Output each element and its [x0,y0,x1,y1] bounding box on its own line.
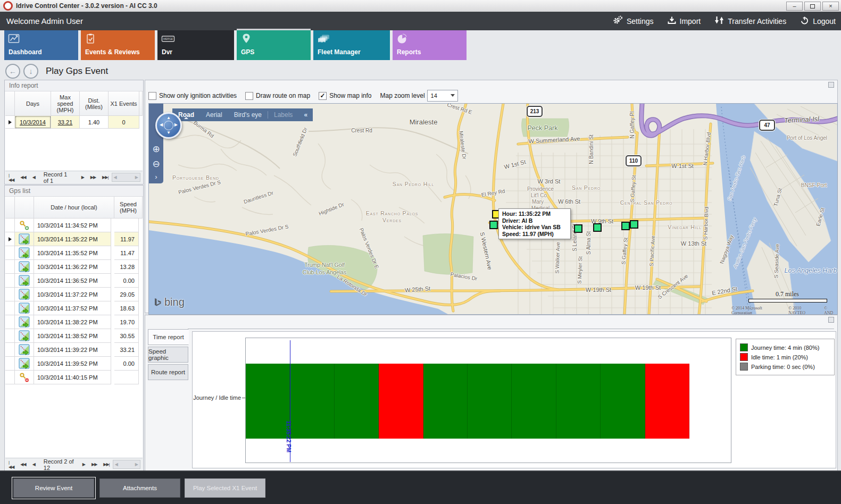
info-record-bar: |◀◀◀◀◀Record 1 of 1▶▶▶▶▶|◀▶ [5,171,143,183]
gps-speed-cell: 11.97 [114,232,139,246]
chart-tab-speed-graphic[interactable]: Speed graphic [148,347,188,363]
record-scrollbar[interactable]: ◀▶ [113,460,140,469]
gps-datetime-cell[interactable]: 10/3/2014 11:34:52 PM [34,219,111,232]
gps-point-marker[interactable] [593,223,602,232]
strip-expand-icon[interactable]: › [151,172,161,182]
map-view-aerial[interactable]: Aerial [200,111,228,119]
prev-record-button[interactable]: ◀ [29,462,38,467]
fast-prev-button[interactable]: ◀◀ [17,175,29,180]
gps-list-title: Gps list [5,186,143,197]
gps-speed-cell: 18.63 [114,301,139,315]
gps-point-marker[interactable] [574,224,582,233]
minimize-button[interactable]: – [786,2,803,11]
map-view-bird-s-eye[interactable]: Bird's eye [228,111,268,119]
dvr-icon: MERGE [161,33,173,45]
gps-datetime-cell[interactable]: 10/3/2014 11:38:52 PM [34,329,111,343]
maximize-button[interactable] [804,2,821,11]
info-max-speed-cell[interactable]: 33.21 [51,116,80,129]
settings-button[interactable]: Settings [613,15,654,27]
map-options-bar: Show only ignition activitiesDraw route … [148,89,458,103]
gps-datetime-cell[interactable]: 10/3/2014 11:36:52 PM [34,274,111,288]
down-button[interactable]: ↓ [23,64,38,79]
column-header-date-hour[interactable]: Date / hour (local) [34,197,114,219]
map-panel-maximize-icon[interactable] [828,82,834,88]
record-scrollbar[interactable]: ◀▶ [112,173,141,182]
pan-right-icon[interactable]: ▶ [174,123,178,127]
checkbox-draw-route-on-map[interactable]: Draw route on map [245,92,310,100]
close-button[interactable]: × [822,2,839,11]
row-selector-cell [5,274,15,288]
next-record-button[interactable]: ▶ [79,462,88,467]
gps-row-icon-ignition-on [15,219,34,232]
gps-datetime-cell[interactable]: 10/3/2014 11:38:22 PM [34,315,111,329]
column-header-days[interactable]: Days [15,91,51,116]
back-button[interactable]: ← [5,64,20,79]
gps-point-marker[interactable] [489,221,498,229]
map-pan-control[interactable]: ▲ ▼ ◀ ▶ [155,112,182,139]
column-header-x1-events[interactable]: X1 Events [109,91,139,116]
last-record-button[interactable]: ▶▶| [99,175,111,180]
chart-legend: Journey time: 4 min (80%)Idle time: 1 mi… [736,339,835,375]
checkbox-show-map-info[interactable]: ✓Show map info [319,92,371,100]
map-canvas [149,104,837,314]
tab-gps[interactable]: GPS [237,30,311,60]
timeline-segment-journey [601,364,645,439]
checkbox-icon[interactable] [245,92,253,100]
review-event-button[interactable]: Review Event [13,478,94,498]
gps-datetime-cell[interactable]: 10/3/2014 11:36:22 PM [34,260,111,274]
gps-datetime-cell[interactable]: 10/3/2014 11:37:22 PM [34,288,111,301]
import-button[interactable]: Import [668,16,701,26]
fast-prev-button[interactable]: ◀◀ [17,462,29,467]
row-selector-cell [5,288,15,301]
gps-datetime-cell[interactable]: 10/3/2014 11:39:52 PM [34,357,111,371]
tab-events-reviews[interactable]: Events & Reviews [81,30,155,60]
map-view-labels[interactable]: Labels [268,111,298,119]
info-x1-events-cell: 0 [109,116,139,129]
zoom-in-icon[interactable]: ⊕ [151,144,161,154]
last-record-button[interactable]: ▶▶| [100,462,112,467]
map[interactable]: RoadAerialBird's eyeLabels« ⊕ ⊖ › ▲ ▼ ◀ … [148,103,838,315]
pan-down-icon[interactable]: ▼ [166,131,171,135]
reports-pie-icon [396,33,408,45]
chart-tab-route-report[interactable]: Route report [148,364,188,380]
row-selector-cell [5,116,15,129]
prev-record-button[interactable]: ◀ [29,175,38,180]
gps-datetime-cell[interactable]: 10/3/2014 11:37:52 PM [34,301,111,315]
column-header-max-speed-mph-[interactable]: Max speed (MPH) [51,91,80,116]
tab-dashboard[interactable]: Dashboard [4,30,78,60]
checkbox-icon[interactable]: ✓ [319,92,327,100]
column-header-dist-miles-[interactable]: Dist. (Miles) [80,91,109,116]
gps-datetime-cell[interactable]: 10/3/2014 11:40:15 PM [34,371,111,384]
pan-left-icon[interactable]: ◀ [160,123,163,127]
chart-panel-maximize-icon[interactable] [828,317,834,323]
checkbox-icon[interactable] [148,92,156,100]
zoom-out-icon[interactable]: ⊖ [151,159,161,169]
transfer-activities-button[interactable]: Transfer Activities [714,16,786,26]
gps-datetime-cell[interactable]: 10/3/2014 11:35:52 PM [34,246,111,260]
column-header-speed[interactable]: Speed (MPH) [114,197,143,219]
tab-reports[interactable]: Reports [393,30,467,60]
attachments-button[interactable]: Attachments [99,478,180,498]
first-record-button[interactable]: |◀◀ [5,460,17,469]
fast-next-button[interactable]: ▶▶ [88,462,100,467]
info-dist-cell: 1.40 [80,116,109,129]
info-days-cell[interactable]: 10/3/2014 [15,116,51,129]
gps-point-marker[interactable] [630,220,638,229]
viewbar-collapse-button[interactable]: « [298,111,313,119]
next-record-button[interactable]: ▶ [78,175,87,180]
gps-speed-cell: 13.28 [114,260,139,274]
gps-datetime-cell[interactable]: 10/3/2014 11:39:22 PM [34,343,111,357]
map-zoom-level-select[interactable]: 14 [427,90,458,102]
tab-dvr[interactable]: MERGEDvr [157,30,234,60]
gps-point-marker[interactable] [621,222,630,230]
fast-next-button[interactable]: ▶▶ [87,175,99,180]
first-record-button[interactable]: |◀◀ [5,173,17,182]
gps-datetime-cell[interactable]: 10/3/2014 11:35:22 PM [34,232,111,246]
pan-up-icon[interactable]: ▲ [166,116,171,120]
logout-button[interactable]: Logout [800,16,836,27]
record-status: Record 2 of 12 [38,458,79,471]
header-filler-cell [139,91,143,116]
checkbox-show-only-ignition-activities[interactable]: Show only ignition activities [148,92,237,100]
chart-tab-time-report[interactable]: Time report [148,329,189,345]
tab-fleet-manager[interactable]: Fleet Manager [313,30,390,60]
